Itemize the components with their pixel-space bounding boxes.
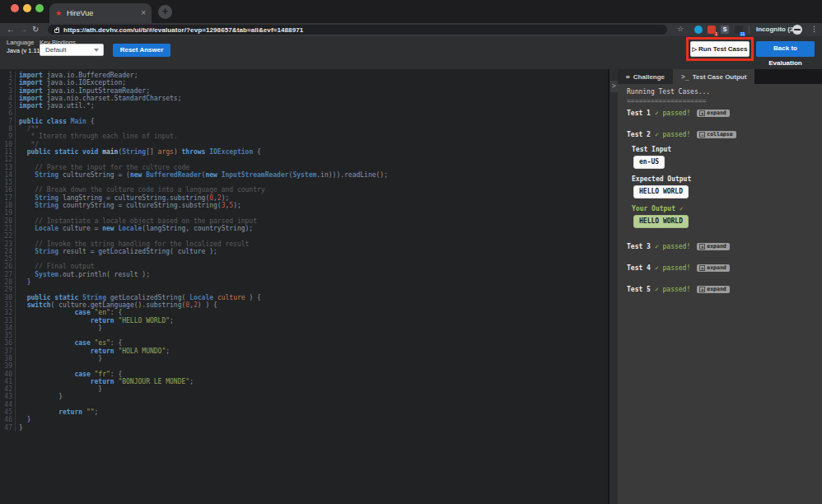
tab-challenge[interactable]: ≡ Challenge — [618, 69, 673, 84]
code-line: 42 } — [0, 385, 608, 393]
code-line: 47} — [0, 424, 608, 432]
incognito-icon — [792, 25, 802, 35]
back-icon[interactable]: ← — [7, 23, 15, 36]
code-line: 11 public static void main(String[] args… — [0, 148, 608, 156]
code-line: 15 — [0, 179, 608, 186]
tab-test-case-output[interactable]: >_ Test Case Output — [673, 69, 754, 84]
code-lines: 1import java.io.BufferedReader;2import j… — [0, 69, 608, 432]
keybindings-select[interactable]: Default — [40, 44, 104, 56]
test-detail: Test Input en-US Expected Output HELLO W… — [627, 146, 822, 228]
new-tab-button[interactable]: + — [158, 5, 172, 19]
code-line: 16 // Break down the culture code into a… — [0, 186, 608, 194]
test-input-value: en-US — [633, 156, 665, 169]
code-line: 1import java.io.BufferedReader; — [0, 72, 608, 79]
test-status: ✓ passed! — [655, 131, 690, 138]
panel-tab-bar: ≡ Challenge >_ Test Case Output — [618, 69, 822, 84]
back-to-evaluation-button[interactable]: Back to Evaluation — [756, 41, 815, 57]
code-line: 43 } — [0, 393, 608, 400]
extension-badge: 1 — [714, 32, 718, 36]
expected-output-value: HELLO WORLD — [633, 185, 689, 198]
bookmark-star-icon[interactable]: ☆ — [677, 23, 684, 36]
code-line: 14 String cultureString = (new BufferedR… — [0, 171, 608, 179]
language-value: Java (v 1.11) — [7, 47, 42, 54]
expand-button[interactable]: + expand — [697, 264, 729, 272]
collapse-panel-button[interactable]: > — [610, 81, 618, 92]
browser-menu-icon[interactable]: ⋮ — [810, 23, 818, 36]
window-close-button[interactable] — [11, 4, 19, 12]
keybindings-value: Default — [45, 46, 66, 54]
annotation-box — [686, 37, 754, 61]
app-header: Language Java (v 1.11) Key Bindings Defa… — [0, 36, 822, 69]
panel-splitter[interactable]: > — [608, 69, 618, 504]
test-output-body: Running Test Cases... ==================… — [618, 84, 822, 504]
code-line: 36 case "es": { — [0, 339, 608, 347]
code-line: 2import java.io.IOException; — [0, 79, 608, 86]
test-name: Test 2 — [627, 131, 651, 138]
code-line: 44 — [0, 401, 608, 408]
code-line: 3import java.io.InputStreamReader; — [0, 87, 608, 95]
code-line: 5import java.util.*; — [0, 102, 608, 110]
code-line: 41 return "BONJOUR LE MONDE"; — [0, 378, 608, 385]
window-zoom-button[interactable] — [35, 4, 44, 12]
code-line: 38 } — [0, 355, 608, 362]
code-line: 32 case "en": { — [0, 309, 608, 316]
forward-icon[interactable]: → — [19, 23, 27, 36]
extension-icon-red[interactable]: 1 — [708, 26, 716, 34]
extension-icon-dark[interactable]: 11 — [735, 26, 743, 34]
browser-tab-strip: ★ HireVue × + — [0, 0, 822, 23]
extension-icon-s[interactable]: S — [721, 26, 729, 34]
divider-line: ==================== — [627, 96, 822, 105]
screen: ★ HireVue × + ← → ↻ https://ath.devhv.co… — [0, 0, 822, 504]
code-line: 39 — [0, 362, 608, 370]
tab-close-icon[interactable]: × — [141, 9, 146, 17]
code-line: 33 return "HELLO WORLD"; — [0, 317, 608, 324]
code-line: 4import java.nio.charset.StandardCharset… — [0, 95, 608, 102]
expand-button[interactable]: + expand — [697, 243, 729, 250]
test-result-row: Test 5 ✓ passed! + expand — [627, 285, 822, 294]
code-line: 23 // Invoke the string handling for the… — [0, 240, 608, 248]
language-label: Language — [7, 39, 34, 46]
expand-button[interactable]: + expand — [697, 110, 729, 117]
expected-output-label: Expected Output — [627, 175, 822, 184]
code-line: 13 // Parse the input for the culture co… — [0, 164, 608, 171]
test-name: Test 1 — [627, 110, 651, 117]
tab-title: HireVue — [67, 9, 136, 17]
extension-badge: 11 — [740, 32, 745, 36]
badge-label: expand — [707, 287, 726, 292]
extension-icon-blue[interactable] — [694, 26, 703, 34]
output-tab-label: Test Case Output — [693, 73, 747, 81]
code-line: 8 /** — [0, 125, 608, 133]
reset-answer-button[interactable]: Reset Answer — [113, 44, 170, 57]
expand-button[interactable]: + expand — [697, 286, 729, 293]
collapse-button[interactable]: − collapse — [697, 131, 736, 138]
url-text: https://ath.devhv.com/ui/b/#/evaluator/?… — [63, 26, 303, 34]
reload-icon[interactable]: ↻ — [32, 23, 39, 36]
code-line: 24 String result = getLocalizedString( c… — [0, 248, 608, 255]
code-line: 9 * Iterate through each line of input. — [0, 133, 608, 140]
browser-tab[interactable]: ★ HireVue × — [49, 3, 152, 23]
hirevue-favicon-icon: ★ — [55, 10, 62, 17]
address-bar[interactable]: https://ath.devhv.com/ui/b/#/evaluator/?… — [48, 25, 667, 35]
test-name: Test 3 — [627, 243, 651, 250]
chevron-down-icon — [94, 49, 99, 52]
badge-label: collapse — [707, 132, 732, 138]
browser-toolbar: ← → ↻ https://ath.devhv.com/ui/b/#/evalu… — [0, 23, 822, 36]
code-line: 18 String countryString = cultureString.… — [0, 202, 608, 209]
badge-label: expand — [707, 244, 726, 250]
running-status-text: Running Test Cases... — [627, 87, 822, 96]
code-line: 19 — [0, 209, 608, 217]
code-line: 17 String langString = cultureString.sub… — [0, 194, 608, 202]
plus-icon: + — [699, 110, 705, 116]
badge-label: expand — [707, 265, 726, 271]
code-line: 10 */ — [0, 141, 608, 148]
test-status: ✓ passed! — [655, 110, 690, 117]
your-output-label: Your Output ✓ — [627, 205, 822, 213]
code-editor[interactable]: 1import java.io.BufferedReader;2import j… — [0, 69, 608, 504]
list-icon: ≡ — [626, 73, 630, 81]
code-line: 30 public static String getLocalizedStri… — [0, 294, 608, 301]
window-minimize-button[interactable] — [23, 4, 31, 12]
test-status: ✓ passed! — [655, 243, 690, 250]
code-line: 29 — [0, 286, 608, 293]
badge-label: expand — [707, 110, 726, 116]
code-line: 6 — [0, 110, 608, 117]
